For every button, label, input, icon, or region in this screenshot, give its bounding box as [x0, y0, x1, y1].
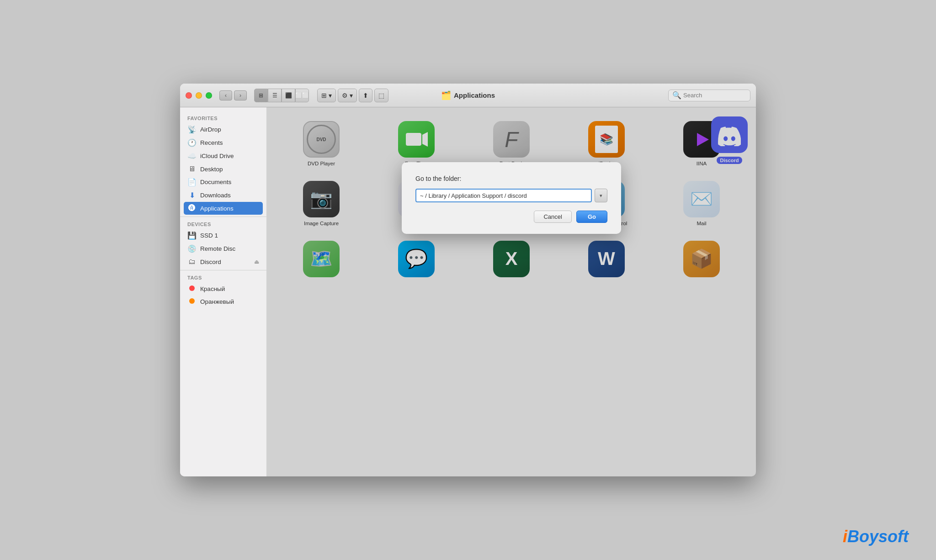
sidebar-documents-label: Documents: [200, 179, 231, 185]
watermark-i: i: [843, 527, 847, 546]
modal-overlay: Go to the folder: ▾ Cancel Go: [267, 107, 756, 476]
sidebar-tag-red-label: Красный: [200, 285, 225, 292]
icon-view-button[interactable]: ⊞: [254, 89, 268, 102]
sidebar-item-downloads[interactable]: ⬇ Downloads: [180, 189, 266, 202]
list-view-button[interactable]: ☰: [268, 89, 282, 102]
folder-path-input[interactable]: [415, 189, 592, 202]
goto-folder-dialog: Go to the folder: ▾ Cancel Go: [402, 162, 621, 234]
share-button[interactable]: ⬆: [359, 89, 372, 102]
sidebar-item-discord[interactable]: 🗂 Discord ⏏: [180, 255, 266, 268]
tags-label: Tags: [180, 272, 266, 282]
tag-orange-icon: [187, 297, 197, 306]
sidebar-item-ssd1[interactable]: 💾 SSD 1: [180, 229, 266, 242]
close-button[interactable]: [186, 92, 192, 99]
folder-dropdown-button[interactable]: ▾: [595, 189, 607, 202]
cancel-button[interactable]: Cancel: [534, 211, 571, 223]
applications-icon: 🅐: [187, 204, 197, 212]
eject-icon[interactable]: ⏏: [254, 259, 259, 265]
tag-red-icon: [187, 285, 197, 293]
go-button[interactable]: Go: [576, 211, 607, 223]
sidebar-divider-2: [180, 270, 266, 270]
view-mode-buttons: ⊞ ☰ ⬛ ⬜⬜: [254, 89, 309, 102]
remotedisc-icon: 💿: [187, 244, 197, 253]
action-button[interactable]: ⚙ ▾: [338, 89, 357, 102]
column-view-button[interactable]: ⬛: [282, 89, 295, 102]
sidebar-divider-1: [180, 217, 266, 217]
modal-title: Go to the folder:: [415, 175, 607, 182]
modal-input-row: ▾: [415, 189, 607, 202]
sidebar-ssd-label: SSD 1: [200, 232, 218, 239]
iboysoft-watermark: iBoysoft: [843, 527, 909, 546]
sidebar-item-documents[interactable]: 📄 Documents: [180, 175, 266, 189]
traffic-lights: [186, 92, 212, 99]
modal-buttons: Cancel Go: [415, 211, 607, 223]
recents-icon: 🕐: [187, 138, 197, 147]
sidebar-icloud-label: iCloud Drive: [200, 153, 234, 159]
documents-icon: 📄: [187, 178, 197, 186]
icloud-icon: ☁️: [187, 152, 197, 160]
main-content: Favorites 📡 AirDrop 🕐 Recents ☁️ iCloud …: [180, 107, 756, 476]
back-button[interactable]: ‹: [219, 90, 232, 100]
title-bar: ‹ › ⊞ ☰ ⬛ ⬜⬜ ⊞ ▾ ⚙ ▾ ⬆ ⬚ 🗂️ Applications…: [180, 84, 756, 107]
forward-button[interactable]: ›: [234, 90, 247, 100]
search-input[interactable]: [683, 92, 746, 99]
coverflow-view-button[interactable]: ⬜⬜: [295, 89, 309, 102]
desktop-icon: 🖥: [187, 165, 197, 173]
downloads-icon: ⬇: [187, 191, 197, 200]
sidebar-desktop-label: Desktop: [200, 166, 223, 173]
airdrop-icon: 📡: [187, 125, 197, 134]
arrange-button[interactable]: ⊞ ▾: [317, 89, 336, 102]
sidebar-downloads-label: Downloads: [200, 192, 231, 199]
watermark-boysoft: Boysoft: [847, 527, 909, 546]
sidebar-remotedisc-label: Remote Disc: [200, 245, 235, 252]
sidebar-item-airdrop[interactable]: 📡 AirDrop: [180, 123, 266, 136]
sidebar-item-desktop[interactable]: 🖥 Desktop: [180, 163, 266, 175]
file-grid: Discord DVD DVD Player FaceTime: [267, 107, 756, 476]
maximize-button[interactable]: [206, 92, 212, 99]
sidebar-recents-label: Recents: [200, 139, 223, 146]
sidebar-airdrop-label: AirDrop: [200, 126, 221, 133]
sidebar-item-tag-orange[interactable]: Оранжевый: [180, 295, 266, 308]
sidebar-discord-label: Discord: [200, 259, 221, 265]
sidebar-tag-orange-label: Оранжевый: [200, 298, 234, 305]
discord-drive-icon: 🗂: [187, 258, 197, 266]
sidebar-applications-label: Applications: [200, 205, 234, 212]
nav-buttons: ‹ ›: [219, 90, 247, 100]
search-icon: 🔍: [672, 91, 681, 100]
window-title-icon: 🗂️: [441, 90, 451, 100]
devices-label: Devices: [180, 219, 266, 229]
sidebar-item-tag-red[interactable]: Красный: [180, 282, 266, 295]
finder-window: ‹ › ⊞ ☰ ⬛ ⬜⬜ ⊞ ▾ ⚙ ▾ ⬆ ⬚ 🗂️ Applications…: [180, 84, 756, 476]
search-box[interactable]: 🔍: [668, 90, 750, 101]
tag-button[interactable]: ⬚: [374, 89, 388, 102]
sidebar-item-applications[interactable]: 🅐 Applications: [184, 202, 263, 215]
sidebar-item-icloud[interactable]: ☁️ iCloud Drive: [180, 149, 266, 163]
ssd-icon: 💾: [187, 231, 197, 240]
favorites-label: Favorites: [180, 113, 266, 123]
sidebar-item-remotedisc[interactable]: 💿 Remote Disc: [180, 242, 266, 255]
sidebar-item-recents[interactable]: 🕐 Recents: [180, 136, 266, 149]
minimize-button[interactable]: [196, 92, 202, 99]
sidebar: Favorites 📡 AirDrop 🕐 Recents ☁️ iCloud …: [180, 107, 267, 476]
window-title: 🗂️ Applications: [441, 90, 495, 100]
